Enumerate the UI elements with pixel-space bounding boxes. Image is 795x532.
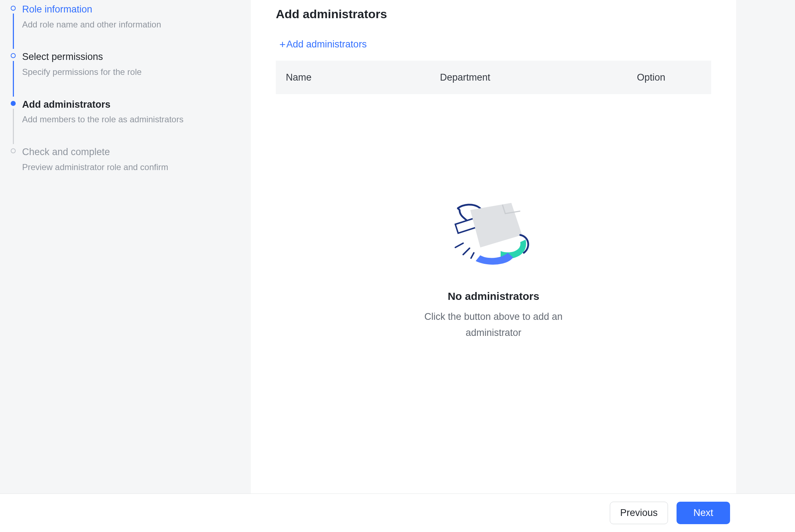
step-add-administrators[interactable]: Add administrators Add members to the ro… [11,99,240,146]
step-marker-active-icon [11,101,16,106]
svg-line-0 [455,243,463,247]
svg-line-2 [471,253,474,258]
main-panel: Add administrators + Add administrators … [251,0,736,493]
column-header-option: Option [637,72,711,83]
step-connector-line [13,61,14,96]
column-header-department: Department [440,72,637,83]
step-connector-line [13,14,14,49]
administrators-table: Name Department Option [276,61,711,94]
step-title: Select permissions [22,51,240,63]
step-desc: Specify permissions for the role [22,66,240,78]
empty-state: No administrators Click the button above… [276,201,711,341]
page-title: Add administrators [276,7,711,21]
step-title: Check and complete [22,146,240,158]
right-gutter [736,0,795,493]
step-desc: Preview administrator role and confirm [22,161,240,173]
step-desc: Add role name and other information [22,19,240,31]
empty-desc: Click the button above to add an adminis… [411,309,576,341]
step-title: Add administrators [22,99,240,111]
previous-button[interactable]: Previous [610,502,668,524]
step-desc: Add members to the role as administrator… [22,113,240,126]
empty-title: No administrators [276,290,711,302]
next-button[interactable]: Next [677,502,730,524]
step-marker-upcoming-icon [11,148,16,153]
add-link-label: Add administrators [287,39,367,50]
step-connector-line [13,109,14,144]
step-marker-done-icon [11,53,16,58]
column-header-name: Name [276,72,440,83]
step-role-information[interactable]: Role information Add role name and other… [11,4,240,51]
step-marker-done-icon [11,6,16,11]
step-select-permissions[interactable]: Select permissions Specify permissions f… [11,51,240,98]
wizard-steps-sidebar: Role information Add role name and other… [0,0,251,493]
step-title: Role information [22,4,240,16]
plus-icon: + [279,39,286,50]
table-header-row: Name Department Option [276,61,711,94]
empty-illustration-icon [449,201,538,276]
svg-line-1 [463,248,470,255]
add-administrators-link[interactable]: + Add administrators [279,39,367,50]
wizard-footer: Previous Next [0,493,795,532]
step-check-and-complete[interactable]: Check and complete Preview administrator… [11,146,240,173]
